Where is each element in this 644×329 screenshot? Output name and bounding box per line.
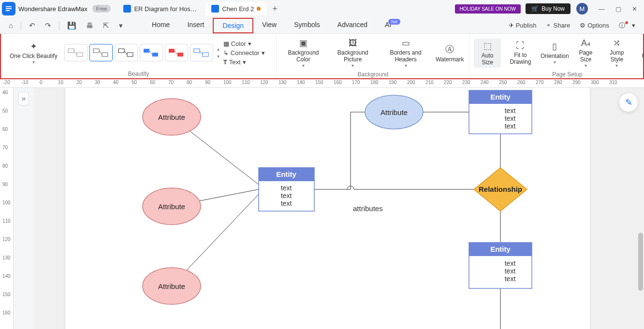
- save-button[interactable]: 💾: [63, 19, 80, 32]
- style-preset-1[interactable]: [64, 44, 88, 61]
- diagram-svg: Attribute Attribute Attribute Attribute …: [65, 88, 590, 329]
- svg-text:text: text: [505, 114, 516, 122]
- ruler-vertical: 405060708090100110120130140150160: [0, 88, 14, 329]
- group-label-pagesetup: Page Setup: [474, 70, 644, 78]
- document-tab[interactable]: ER Diagram for Hosp...: [117, 2, 205, 15]
- tab-label: Chen Erd 2: [222, 5, 254, 13]
- svg-rect-1: [77, 53, 83, 57]
- svg-line-14: [175, 51, 177, 55]
- ruler-horizontal: -20-100102030405060708090100110120130140…: [0, 79, 644, 88]
- attribute-label: Attribute: [158, 202, 185, 211]
- page[interactable]: Attribute Attribute Attribute Attribute …: [65, 88, 590, 329]
- entity-title: Entity: [276, 170, 296, 178]
- redo-button[interactable]: ↷: [41, 19, 55, 32]
- svg-rect-15: [194, 49, 200, 53]
- style-preset-5[interactable]: [165, 44, 188, 61]
- color-dropdown[interactable]: ▦Color▾: [223, 40, 265, 47]
- style-preset-3[interactable]: [115, 44, 138, 61]
- svg-rect-3: [93, 49, 99, 53]
- background-picture-button[interactable]: 🖼Background Picture▾: [328, 36, 378, 70]
- svg-text:text: text: [505, 275, 516, 283]
- canvas[interactable]: Attribute Attribute Attribute Attribute …: [34, 88, 644, 329]
- jump-icon: ⤮: [613, 38, 620, 48]
- orientation-button[interactable]: ▯Orientation▾: [540, 39, 570, 67]
- title-bar: Wondershare EdrawMax Free ER Diagram for…: [0, 0, 644, 17]
- home-button[interactable]: ⌂: [5, 19, 17, 31]
- menu-design[interactable]: Design: [213, 18, 253, 33]
- background-color-button[interactable]: ▣Background Color▾: [280, 36, 326, 70]
- jump-style-button[interactable]: ⤮Jump Style▾: [602, 36, 632, 70]
- fit-to-drawing-button[interactable]: ⛶Fit to Drawing: [503, 39, 538, 67]
- page-size-icon: A₄: [581, 38, 590, 48]
- maximize-button[interactable]: ▢: [611, 2, 626, 15]
- minimize-button[interactable]: —: [594, 2, 610, 15]
- vertical-scrollbar[interactable]: [638, 233, 643, 291]
- svg-line-5: [99, 51, 102, 55]
- user-avatar[interactable]: M: [576, 3, 588, 14]
- ribbon: ✦ One Click Beautify▾ ▴ ▾ ▦Color▾ ↳Conne…: [0, 34, 644, 79]
- style-preset-6[interactable]: [190, 44, 213, 61]
- app-name: Wondershare EdrawMax: [18, 5, 88, 13]
- watermark-button[interactable]: ⒶWatermark: [434, 42, 466, 65]
- relationship-label: Relationship: [479, 185, 522, 193]
- help-button[interactable]: ⓘ▾: [615, 19, 639, 32]
- connector-dropdown[interactable]: ↳Connector▾: [223, 49, 265, 57]
- qat-more[interactable]: ▾: [115, 19, 127, 32]
- svg-rect-10: [152, 53, 158, 57]
- svg-line-11: [149, 51, 152, 55]
- sparkle-icon: ✦: [30, 41, 37, 52]
- borders-icon: ▭: [402, 38, 410, 48]
- free-badge: Free: [92, 5, 111, 13]
- panel-expand-button[interactable]: »: [18, 92, 29, 105]
- tab-label: ER Diagram for Hosp...: [134, 5, 199, 13]
- menu-symbols[interactable]: Symbols: [285, 18, 329, 33]
- style-scroll-up[interactable]: ▴: [217, 46, 220, 52]
- autosize-icon: ⬚: [483, 41, 492, 51]
- publish-button[interactable]: ✈Publish: [505, 20, 541, 31]
- unit-button[interactable]: △Unit▾: [634, 39, 644, 67]
- hot-badge: hot: [388, 19, 400, 25]
- close-button[interactable]: ✕: [627, 2, 642, 15]
- text-dropdown[interactable]: TText▾: [223, 58, 265, 66]
- text-icon: T: [223, 58, 227, 66]
- group-label-background: Background: [280, 70, 466, 78]
- buy-now-button[interactable]: 🛒 Buy Now: [526, 3, 571, 14]
- palette-icon: ▦: [223, 40, 229, 47]
- main-menu: Home Insert Design View Symbols Advanced…: [143, 18, 412, 33]
- style-preset-4[interactable]: [140, 44, 163, 61]
- promo-banner[interactable]: HOLIDAY SALE ON NOW: [455, 4, 521, 14]
- svg-text:text: text: [505, 122, 516, 130]
- page-size-button[interactable]: A₄Page Size▾: [571, 36, 600, 70]
- attribute-label: Attribute: [381, 108, 408, 116]
- menu-home[interactable]: Home: [143, 18, 178, 33]
- menu-view[interactable]: View: [253, 18, 285, 33]
- print-button[interactable]: 🖶: [82, 19, 97, 31]
- bg-color-icon: ▣: [299, 38, 307, 48]
- options-button[interactable]: ⚙Options: [576, 20, 613, 31]
- menu-advanced[interactable]: Advanced: [329, 18, 376, 33]
- gear-icon: ⚙: [580, 22, 585, 29]
- share-button[interactable]: ⚬Share: [542, 20, 574, 31]
- undo-button[interactable]: ↶: [25, 19, 39, 32]
- orientation-icon: ▯: [552, 41, 557, 52]
- one-click-beautify-button[interactable]: ✦ One Click Beautify▾: [5, 39, 62, 67]
- menu-insert[interactable]: Insert: [178, 18, 213, 33]
- svg-text:text: text: [281, 200, 292, 207]
- svg-rect-13: [177, 53, 183, 57]
- svg-text:text: text: [281, 184, 292, 192]
- add-tab-button[interactable]: +: [267, 2, 282, 16]
- canvas-text-label[interactable]: attributes: [353, 204, 383, 213]
- doc-icon: [211, 5, 219, 13]
- export-button[interactable]: ⇱: [99, 19, 113, 32]
- auto-size-button[interactable]: ⬚Auto Size: [474, 39, 501, 68]
- document-tab-active[interactable]: Chen Erd 2: [205, 2, 266, 15]
- quick-access-toolbar: ⌂ ↶ ↷ 💾 🖶 ⇱ ▾ Home Insert Design View Sy…: [0, 17, 644, 34]
- menu-ai[interactable]: AIhot: [376, 18, 412, 33]
- style-preset-2[interactable]: [89, 44, 113, 61]
- ai-assistant-button[interactable]: ✎: [619, 93, 638, 112]
- style-scroll-down[interactable]: ▾: [217, 54, 220, 59]
- publish-icon: ✈: [509, 22, 514, 29]
- cart-icon: 🛒: [531, 5, 539, 12]
- attribute-label: Attribute: [158, 282, 185, 290]
- borders-headers-button[interactable]: ▭Borders and Headers▾: [380, 36, 432, 70]
